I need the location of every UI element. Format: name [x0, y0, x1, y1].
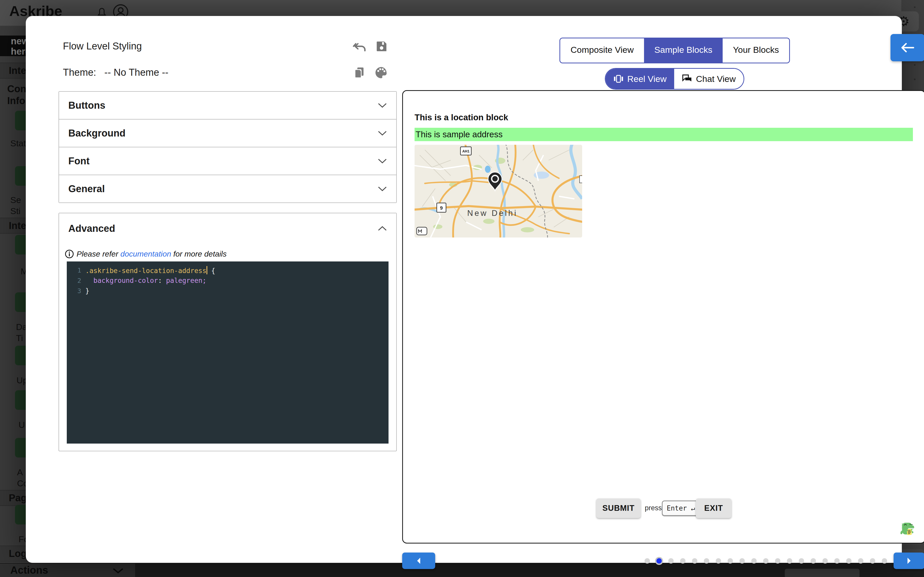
page-dot[interactable]	[645, 558, 650, 564]
page-dot[interactable]	[704, 558, 709, 564]
flow-level-styling-dialog: Flow Level Styling Theme: -- No Theme --	[26, 16, 902, 563]
sidebar-item-actions: Actions	[0, 564, 135, 577]
page-dot[interactable]	[834, 558, 840, 564]
tab-chat-view[interactable]: Chat View	[674, 69, 743, 89]
page-dot[interactable]	[870, 558, 875, 564]
accordion-advanced[interactable]: Advanced	[59, 213, 396, 244]
accordion-general[interactable]: General	[59, 175, 396, 203]
tab-composite-view[interactable]: Composite View	[560, 39, 644, 63]
chat-view-icon	[682, 74, 692, 84]
page-dot[interactable]	[799, 558, 804, 564]
note-prefix: Please refer	[77, 250, 120, 258]
line-number: 3	[67, 287, 85, 295]
mode-switch: Reel View Chat View	[605, 68, 744, 90]
arrow-left-icon	[900, 42, 916, 53]
documentation-link[interactable]: documentation	[120, 250, 171, 258]
chevron-right-icon	[906, 557, 912, 565]
theme-value: -- No Theme --	[104, 67, 168, 78]
back-button[interactable]	[890, 34, 924, 61]
page-dot[interactable]	[751, 558, 757, 564]
enter-key-hint: Enter ↵	[662, 501, 700, 516]
style-accordion-group: Buttons Background Font General	[58, 91, 397, 203]
svg-text:9: 9	[440, 205, 443, 211]
view-switch: Composite View Sample Blocks Your Blocks	[559, 38, 790, 63]
page-dot[interactable]	[740, 558, 745, 564]
theme-row: Theme: -- No Theme --	[63, 67, 168, 78]
tab-your-blocks[interactable]: Your Blocks	[723, 39, 789, 63]
copy-icon	[353, 66, 365, 80]
crocodile-mascot-icon	[900, 521, 916, 537]
page-dot[interactable]	[692, 558, 697, 564]
prev-page-button[interactable]	[402, 553, 435, 569]
code-line: 1 .askribe-send-location-address {	[67, 265, 389, 276]
theme-palette-button[interactable]	[374, 65, 388, 80]
page-dot[interactable]	[763, 558, 769, 564]
copy-theme-button[interactable]	[352, 65, 367, 80]
dialog-title: Flow Level Styling	[63, 41, 142, 52]
tab-reel-view[interactable]: Reel View	[606, 69, 674, 89]
chevron-down-icon	[378, 186, 387, 192]
backdrop-statusbar-fragment	[785, 569, 859, 577]
chevron-down-icon	[378, 103, 387, 108]
tab-sample-blocks[interactable]: Sample Blocks	[644, 39, 723, 63]
page-dot[interactable]	[775, 558, 780, 564]
info-icon	[65, 249, 74, 259]
reel-view-icon	[613, 74, 624, 83]
page-dot[interactable]	[716, 558, 721, 564]
chevron-down-icon	[378, 158, 387, 164]
code-line: 3 }	[67, 286, 389, 296]
page-dot[interactable]	[811, 558, 816, 564]
page-dot[interactable]	[727, 558, 733, 564]
line-number: 2	[67, 277, 85, 284]
page-dot[interactable]	[882, 558, 887, 564]
page-dot[interactable]	[787, 558, 792, 564]
page-dot[interactable]	[668, 558, 674, 564]
accordion-background[interactable]: Background	[59, 119, 396, 147]
next-page-button[interactable]	[893, 553, 924, 569]
exit-button[interactable]: EXIT	[696, 498, 732, 518]
palette-icon	[374, 66, 388, 79]
page-dots	[645, 553, 899, 569]
page-dot[interactable]	[858, 558, 863, 564]
chevron-down-icon	[112, 568, 124, 574]
advanced-accordion: Advanced Please refer documentation for …	[58, 213, 397, 451]
chevron-down-icon	[378, 131, 387, 136]
code-line: 2 background-color: palegreen;	[67, 276, 389, 286]
accordion-font[interactable]: Font	[59, 147, 396, 175]
block-preview-panel: This is a location block This is sample …	[402, 90, 924, 543]
undo-all-icon	[352, 40, 366, 54]
chevron-up-icon	[378, 226, 387, 231]
sample-address-highlight: This is sample address	[415, 128, 913, 141]
svg-text:AH1: AH1	[462, 149, 470, 153]
press-hint-label: press	[645, 504, 662, 512]
undo-all-button[interactable]	[352, 40, 367, 54]
location-block-heading: This is a location block	[415, 113, 508, 122]
css-code-editor[interactable]: 1 .askribe-send-location-address { 2 bac…	[67, 261, 389, 443]
theme-label: Theme:	[63, 67, 96, 78]
map-city-label: New Delhi	[467, 209, 517, 218]
save-icon	[375, 39, 388, 53]
page-dot[interactable]	[822, 558, 828, 564]
accordion-buttons[interactable]: Buttons	[59, 92, 396, 119]
page-dot[interactable]	[846, 558, 851, 564]
line-number: 1	[67, 267, 85, 274]
location-map-preview: AH1 9 New Delhi	[415, 145, 582, 237]
page-dot-active[interactable]	[656, 558, 662, 564]
submit-button[interactable]: SUBMIT	[596, 498, 641, 518]
save-button[interactable]	[374, 39, 389, 53]
chevron-left-icon	[416, 557, 422, 565]
note-suffix: for more details	[171, 250, 227, 258]
advanced-note: Please refer documentation for more deta…	[65, 249, 227, 259]
page-dot[interactable]	[680, 558, 685, 564]
